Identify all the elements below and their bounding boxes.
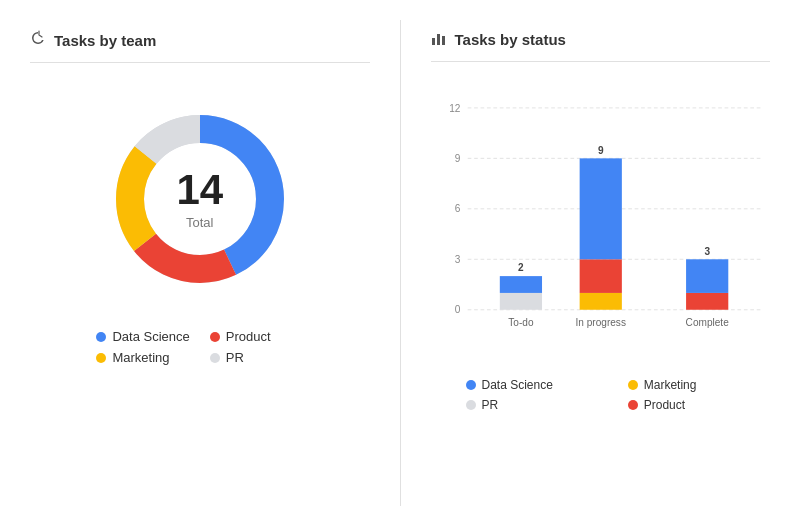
legend-item-marketing: Marketing: [96, 350, 189, 365]
left-panel: Tasks by team: [10, 20, 390, 506]
bar-legend-dot-pr: [466, 400, 476, 410]
svg-text:To-do: To-do: [508, 317, 534, 328]
bar-legend-label-marketing: Marketing: [644, 378, 697, 392]
bar-complete-product: [686, 293, 728, 310]
bar-legend-dot-marketing: [628, 380, 638, 390]
bar-legend-label-pr: PR: [482, 398, 499, 412]
left-panel-title-text: Tasks by team: [54, 32, 156, 49]
bar-legend-marketing: Marketing: [628, 378, 770, 392]
svg-text:9: 9: [454, 153, 460, 164]
legend-label-pr: PR: [226, 350, 244, 365]
left-panel-title: Tasks by team: [30, 30, 370, 63]
right-panel-title-text: Tasks by status: [455, 31, 566, 48]
tasks-by-team-icon: [30, 30, 46, 50]
bar-todo-pr: [499, 293, 541, 310]
svg-rect-6: [437, 34, 440, 45]
donut-total: 14: [176, 169, 223, 211]
bar-inprogress-marketing: [579, 293, 621, 310]
legend-label-product: Product: [226, 329, 271, 344]
legend-dot-pr: [210, 353, 220, 363]
svg-text:6: 6: [454, 203, 460, 214]
bar-chart-container: 12 9 6 3 0 2 To-do: [431, 78, 771, 362]
svg-text:12: 12: [449, 103, 461, 114]
donut-total-label: Total: [176, 215, 223, 230]
bar-legend-pr: PR: [466, 398, 608, 412]
right-panel-title: Tasks by status: [431, 30, 771, 62]
bar-chart-svg: 12 9 6 3 0 2 To-do: [431, 78, 771, 358]
svg-text:9: 9: [597, 145, 603, 156]
svg-text:Complete: Complete: [685, 317, 729, 328]
svg-rect-5: [432, 38, 435, 45]
bar-inprogress-ds: [579, 158, 621, 259]
bar-legend-label-product: Product: [644, 398, 685, 412]
legend-item-pr: PR: [210, 350, 303, 365]
legend-dot-marketing: [96, 353, 106, 363]
svg-rect-7: [442, 36, 445, 45]
bar-chart-legend: Data Science Marketing PR Product: [431, 378, 771, 412]
svg-text:2: 2: [518, 262, 524, 273]
donut-chart: 14 Total: [100, 99, 300, 299]
bar-legend-product: Product: [628, 398, 770, 412]
right-panel: Tasks by status 12 9 6 3: [411, 20, 791, 506]
bar-complete-ds: [686, 259, 728, 293]
legend-item-data-science: Data Science: [96, 329, 189, 344]
bar-todo-ds: [499, 276, 541, 293]
donut-center: 14 Total: [176, 169, 223, 230]
bar-inprogress-product: [579, 259, 621, 293]
donut-section: 14 Total Data Science Product Marketing: [30, 79, 370, 365]
panel-divider: [400, 20, 401, 506]
bar-legend-dot-ds: [466, 380, 476, 390]
legend-item-product: Product: [210, 329, 303, 344]
svg-text:3: 3: [704, 246, 710, 257]
legend-label-data-science: Data Science: [112, 329, 189, 344]
donut-legend: Data Science Product Marketing PR: [96, 329, 303, 365]
svg-text:3: 3: [454, 254, 460, 265]
legend-dot-product: [210, 332, 220, 342]
svg-text:0: 0: [454, 304, 460, 315]
svg-text:In progress: In progress: [575, 317, 625, 328]
legend-label-marketing: Marketing: [112, 350, 169, 365]
bar-legend-data-science: Data Science: [466, 378, 608, 392]
tasks-by-status-icon: [431, 30, 447, 49]
bar-legend-dot-product: [628, 400, 638, 410]
bar-legend-label-ds: Data Science: [482, 378, 553, 392]
legend-dot-data-science: [96, 332, 106, 342]
